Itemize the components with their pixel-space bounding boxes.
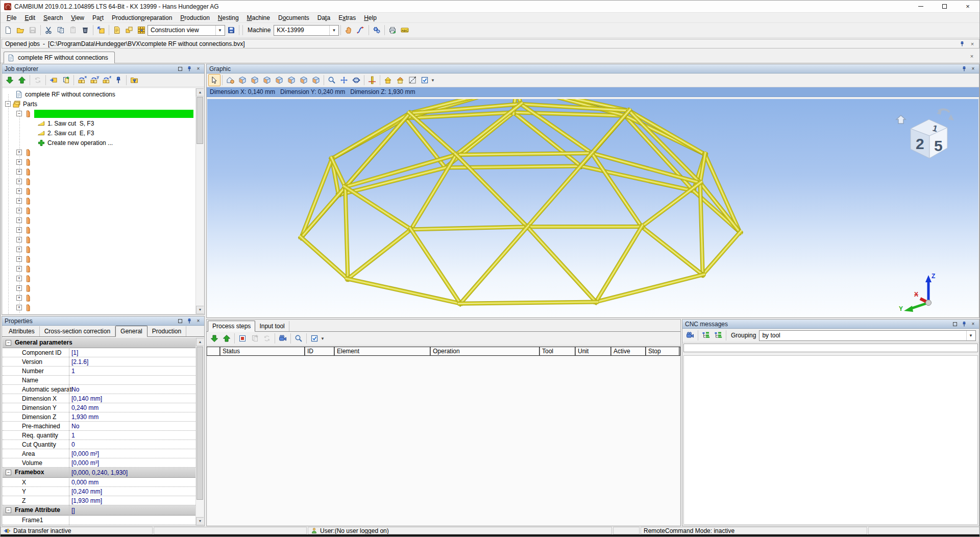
prop-row-dimension-z[interactable]: Dimension Z1,930 mm — [3, 412, 195, 422]
copy-part-button[interactable] — [60, 74, 72, 86]
tree-part-15[interactable]: + — [3, 274, 195, 283]
save-button[interactable] — [27, 24, 39, 36]
tree-part-17[interactable]: + — [3, 293, 195, 303]
zoom-button[interactable] — [326, 74, 338, 86]
prop-row-framebox[interactable]: −Framebox[0,000, 0,240, 1,930] — [3, 468, 195, 478]
process-col-spacer[interactable] — [207, 347, 220, 355]
tree-operation-1[interactable]: 1. Saw cut S, F3 — [3, 118, 195, 128]
house-view-a-button[interactable] — [382, 74, 394, 86]
tab-general[interactable]: General — [115, 326, 148, 337]
tree-part-14[interactable]: + — [3, 264, 195, 274]
selected-part-highlight[interactable] — [34, 110, 193, 118]
menu-nesting[interactable]: Nesting — [214, 13, 243, 22]
part-structure-button[interactable] — [95, 24, 107, 36]
view-combobox[interactable]: Construction view▼ — [148, 25, 225, 36]
pin-small-icon[interactable] — [186, 65, 192, 72]
tab-cross-section-correction[interactable]: Cross-section correction — [40, 326, 115, 336]
cut-button[interactable] — [42, 24, 55, 36]
prop-row-component-id[interactable]: Component ID[1] — [3, 348, 195, 357]
menu-extras[interactable]: Extras — [334, 13, 360, 22]
menu-production[interactable]: Production — [176, 13, 213, 22]
prop-row-number[interactable]: Number1 — [3, 367, 195, 376]
prop-row-req-quantity[interactable]: Req. quantity1 — [3, 431, 195, 440]
iso-view-4-button[interactable] — [273, 74, 285, 86]
prop-row-area[interactable]: Area[0,000 m²] — [3, 449, 195, 458]
close-icon[interactable]: × — [195, 318, 202, 324]
prop-row-frame-attribute[interactable]: −Frame Attribute[] — [3, 505, 195, 516]
iso-view-2-button[interactable] — [249, 74, 261, 86]
close-icon[interactable]: × — [970, 321, 976, 327]
process-col-stop[interactable]: Stop — [646, 347, 679, 355]
copy-button[interactable] — [55, 24, 67, 36]
menu-edit[interactable]: Edit — [20, 13, 39, 22]
maximize-small-icon[interactable] — [177, 318, 183, 324]
grouping-combobox[interactable]: by tool▼ — [759, 330, 976, 341]
close-icon[interactable]: × — [195, 65, 202, 72]
tree-part-6[interactable]: + — [3, 186, 195, 196]
process-col-active[interactable]: Active — [611, 347, 646, 355]
collapse-icon[interactable]: − — [6, 507, 11, 513]
move-down-button[interactable] — [208, 332, 220, 345]
pin-small-icon[interactable] — [186, 318, 192, 324]
tree-selected-part[interactable]: − — [3, 109, 195, 118]
section-button[interactable] — [406, 74, 419, 86]
prop-row-version[interactable]: Version[2.1.6] — [3, 357, 195, 367]
display-options-button[interactable] — [419, 74, 431, 86]
pan-hand-button[interactable] — [342, 24, 355, 36]
menu-file[interactable]: File — [3, 13, 20, 22]
properties-scrollbar[interactable]: ▲ ▼ — [195, 338, 204, 525]
select-cursor-button[interactable] — [208, 74, 220, 86]
minimize-button[interactable] — [909, 1, 933, 13]
tree-part-3[interactable]: + — [3, 157, 195, 167]
tree-part-2[interactable]: + — [3, 148, 195, 157]
tree-part-7[interactable]: + — [3, 196, 195, 206]
menu-search[interactable]: Search — [39, 13, 67, 22]
maximize-button[interactable] — [933, 1, 956, 13]
iso-view-5-button[interactable] — [285, 74, 298, 86]
cnc-filter-field[interactable] — [683, 344, 978, 352]
settings-gears-button[interactable] — [371, 24, 383, 36]
rotate-x-button[interactable]: x — [76, 74, 88, 86]
graphic-viewport[interactable]: 1 2 5 Z Y X — [207, 99, 978, 317]
menu-documents[interactable]: Documents — [274, 13, 313, 22]
delete-step-button[interactable] — [261, 332, 273, 345]
prop-row-frame1[interactable]: Frame1 — [3, 516, 195, 525]
insert-part-button[interactable] — [47, 74, 60, 86]
maximize-small-icon[interactable] — [951, 321, 958, 327]
view-doc-button[interactable] — [111, 24, 123, 36]
stop-step-button[interactable] — [236, 332, 249, 345]
process-table-body[interactable] — [207, 357, 680, 525]
tree-part-8[interactable]: + — [3, 206, 195, 215]
iso-view-7-button[interactable] — [310, 74, 322, 86]
step-options-button[interactable] — [308, 332, 321, 345]
process-col-status[interactable]: Status — [220, 347, 305, 355]
prop-row-volume[interactable]: Volume[0,000 m³] — [3, 458, 195, 468]
prop-row-cut-quantity[interactable]: Cut Quantity0 — [3, 440, 195, 449]
prop-row-pre-machined[interactable]: Pre-machinedNo — [3, 422, 195, 431]
prop-row-general-parameters[interactable]: −General parameters — [3, 338, 195, 348]
print-button[interactable] — [386, 24, 399, 36]
close-button[interactable]: × — [956, 1, 979, 13]
tree-collapse-button[interactable] — [712, 329, 724, 341]
menu-view[interactable]: View — [67, 13, 88, 22]
home-view-button[interactable] — [224, 74, 236, 86]
tree-part-11[interactable]: + — [3, 235, 195, 245]
edit-step-button[interactable] — [249, 332, 261, 345]
pin-small-icon[interactable] — [961, 321, 967, 327]
prop-row-z[interactable]: Z[1,930 mm] — [3, 496, 195, 505]
tree-part-10[interactable]: + — [3, 225, 195, 235]
prop-row-automatic-separati[interactable]: Automatic separatiNo — [3, 385, 195, 394]
menu-machine[interactable]: Machine — [243, 13, 274, 22]
process-col-id[interactable]: ID — [305, 347, 334, 355]
process-col-unit[interactable]: Unit — [575, 347, 611, 355]
pin-part-button[interactable] — [112, 74, 125, 86]
rotate-y-button[interactable]: y — [88, 74, 100, 86]
tab-process-steps[interactable]: Process steps — [208, 321, 255, 332]
house-view-b-button[interactable] — [394, 74, 406, 86]
tree-part-4[interactable]: + — [3, 167, 195, 177]
move-down-button[interactable] — [4, 74, 16, 86]
tree-part-16[interactable]: + — [3, 283, 195, 293]
refresh-button[interactable] — [32, 74, 44, 86]
paste-button[interactable] — [67, 24, 79, 36]
process-col-tool[interactable]: Tool — [540, 347, 575, 355]
